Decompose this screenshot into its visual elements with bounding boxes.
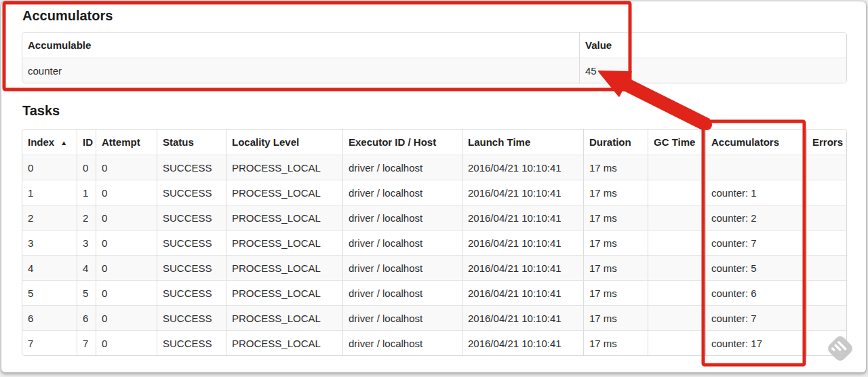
cell-executor-id-host: driver / localhost <box>342 155 462 180</box>
cell-locality-level: PROCESS_LOCAL <box>226 205 342 230</box>
sort-ascending-icon: ▲ <box>60 139 67 146</box>
cell-status: SUCCESS <box>157 230 226 255</box>
cell-accumulators: counter: 5 <box>705 255 806 280</box>
table-row: 110SUCCESSPROCESS_LOCALdriver / localhos… <box>22 180 846 205</box>
cell-locality-level: PROCESS_LOCAL <box>226 180 342 205</box>
cell-duration: 17 ms <box>583 205 648 230</box>
cell-attempt: 0 <box>96 180 157 205</box>
accumulators-table-body: counter45 <box>22 58 846 83</box>
cell-locality-level: PROCESS_LOCAL <box>226 305 342 330</box>
cell-index: 5 <box>22 280 77 305</box>
table-row: 550SUCCESSPROCESS_LOCALdriver / localhos… <box>22 280 846 305</box>
cell-accumulators: counter: 7 <box>705 230 806 255</box>
cell-index: 1 <box>22 180 77 205</box>
spark-ui-stage-page: Accumulators AccumulableValue counter45 … <box>1 1 867 373</box>
cell-locality-level: PROCESS_LOCAL <box>226 155 342 180</box>
cell-locality-level: PROCESS_LOCAL <box>226 330 342 355</box>
cell-attempt: 0 <box>96 305 157 330</box>
column-header-locality-level[interactable]: Locality Level <box>226 130 342 155</box>
cell-accumulable: counter <box>22 58 579 83</box>
cell-id: 4 <box>77 255 96 280</box>
cell-errors <box>806 180 846 205</box>
cell-index: 7 <box>22 330 77 355</box>
column-header-label: Locality Level <box>232 136 299 148</box>
column-header-label: Errors <box>812 136 843 148</box>
cell-id: 5 <box>77 280 96 305</box>
cell-launch-time: 2016/04/21 10:10:41 <box>462 180 583 205</box>
cell-attempt: 0 <box>96 330 157 355</box>
cell-status: SUCCESS <box>157 180 226 205</box>
cell-executor-id-host: driver / localhost <box>342 330 462 355</box>
cell-duration: 17 ms <box>583 255 648 280</box>
tasks-header-row: Index▲IDAttemptStatusLocality LevelExecu… <box>22 130 846 155</box>
column-header-executor-id-host[interactable]: Executor ID / Host <box>342 130 462 155</box>
cell-status: SUCCESS <box>157 280 226 305</box>
cell-gc-time <box>648 255 705 280</box>
cell-attempt: 0 <box>96 280 157 305</box>
cell-index: 6 <box>22 305 77 330</box>
cell-launch-time: 2016/04/21 10:10:41 <box>462 205 583 230</box>
table-row: 770SUCCESSPROCESS_LOCALdriver / localhos… <box>22 330 846 355</box>
cell-executor-id-host: driver / localhost <box>342 230 462 255</box>
cell-accumulators: counter: 7 <box>705 305 806 330</box>
cell-executor-id-host: driver / localhost <box>342 255 462 280</box>
column-header-errors[interactable]: Errors <box>806 130 846 155</box>
cell-duration: 17 ms <box>583 280 648 305</box>
table-row: 000SUCCESSPROCESS_LOCALdriver / localhos… <box>22 155 846 180</box>
cell-duration: 17 ms <box>583 230 648 255</box>
cell-status: SUCCESS <box>157 205 226 230</box>
column-header-label: ID <box>83 136 93 148</box>
cell-gc-time <box>648 330 705 355</box>
column-header-label: Accumulable <box>28 39 91 51</box>
cell-accumulators: counter: 6 <box>705 280 806 305</box>
column-header-attempt[interactable]: Attempt <box>96 130 157 155</box>
cell-errors <box>806 205 846 230</box>
cell-index: 2 <box>22 205 77 230</box>
cell-attempt: 0 <box>96 155 157 180</box>
column-header-label: Value <box>585 39 612 51</box>
column-header-id[interactable]: ID <box>77 130 96 155</box>
table-row: counter45 <box>22 58 846 83</box>
cell-attempt: 0 <box>96 205 157 230</box>
cell-locality-level: PROCESS_LOCAL <box>226 280 342 305</box>
column-header-index[interactable]: Index▲ <box>22 130 77 155</box>
cell-index: 4 <box>22 255 77 280</box>
column-header-label: Accumulators <box>711 136 779 148</box>
cell-duration: 17 ms <box>583 180 648 205</box>
table-row: 660SUCCESSPROCESS_LOCALdriver / localhos… <box>22 305 846 330</box>
column-header-value: Value <box>579 33 846 58</box>
cell-value: 45 <box>579 58 846 83</box>
column-header-status[interactable]: Status <box>157 130 226 155</box>
cell-gc-time <box>648 155 705 180</box>
cell-executor-id-host: driver / localhost <box>342 280 462 305</box>
cell-id: 6 <box>77 305 96 330</box>
cell-status: SUCCESS <box>157 305 226 330</box>
cell-locality-level: PROCESS_LOCAL <box>226 255 342 280</box>
accumulators-table: AccumulableValue counter45 <box>22 32 847 83</box>
cell-errors <box>806 230 846 255</box>
column-header-accumulable: Accumulable <box>22 33 579 58</box>
column-header-label: GC Time <box>654 136 695 148</box>
table-row: 330SUCCESSPROCESS_LOCALdriver / localhos… <box>22 230 846 255</box>
cell-id: 0 <box>77 155 96 180</box>
table-row: 440SUCCESSPROCESS_LOCALdriver / localhos… <box>22 255 846 280</box>
cell-launch-time: 2016/04/21 10:10:41 <box>462 155 583 180</box>
column-header-duration[interactable]: Duration <box>583 130 648 155</box>
cell-status: SUCCESS <box>157 255 226 280</box>
cell-gc-time <box>648 180 705 205</box>
column-header-launch-time[interactable]: Launch Time <box>462 130 583 155</box>
column-header-gc-time[interactable]: GC Time <box>648 130 705 155</box>
accumulators-section-title: Accumulators <box>22 7 113 24</box>
cell-launch-time: 2016/04/21 10:10:41 <box>462 230 583 255</box>
cell-duration: 17 ms <box>583 330 648 355</box>
cell-accumulators <box>705 155 806 180</box>
tasks-section-title: Tasks <box>22 102 60 119</box>
column-header-label: Launch Time <box>468 136 530 148</box>
column-header-label: Executor ID / Host <box>349 136 436 148</box>
cell-errors <box>806 280 846 305</box>
cell-launch-time: 2016/04/21 10:10:41 <box>462 255 583 280</box>
column-header-accumulators[interactable]: Accumulators <box>705 130 806 155</box>
cell-status: SUCCESS <box>157 330 226 355</box>
cell-id: 3 <box>77 230 96 255</box>
cell-launch-time: 2016/04/21 10:10:41 <box>462 280 583 305</box>
